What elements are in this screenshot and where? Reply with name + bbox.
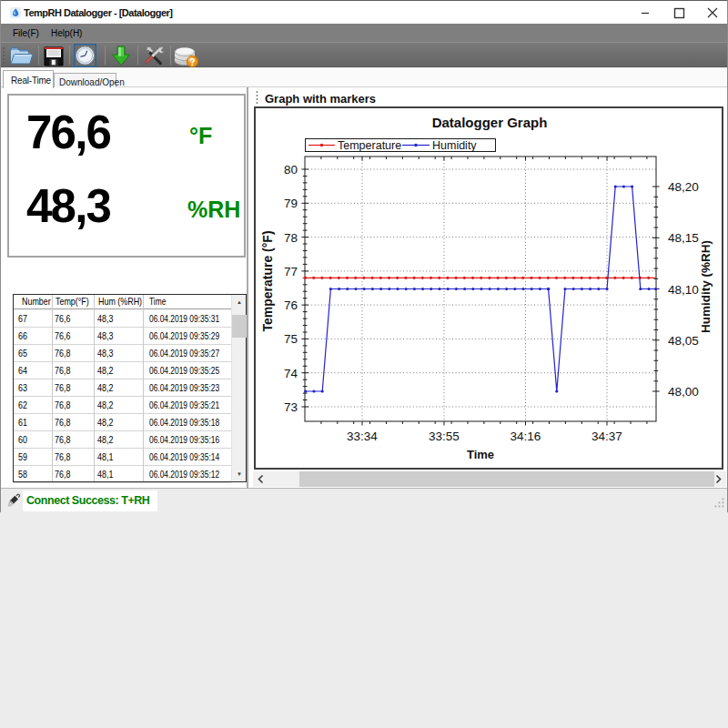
svg-text:?: ? bbox=[189, 56, 195, 67]
svg-text:76: 76 bbox=[284, 298, 298, 312]
svg-text:Temperature (°F): Temperature (°F) bbox=[260, 230, 275, 331]
svg-text:48,10: 48,10 bbox=[668, 283, 699, 297]
svg-text:34:16: 34:16 bbox=[511, 430, 541, 443]
svg-text:Humidity: Humidity bbox=[432, 139, 477, 152]
svg-text:78: 78 bbox=[284, 231, 298, 245]
svg-text:Datalogger Graph: Datalogger Graph bbox=[432, 115, 548, 130]
svg-text:77: 77 bbox=[284, 265, 298, 278]
svg-text:Time: Time bbox=[467, 448, 494, 461]
svg-text:73: 73 bbox=[284, 400, 298, 414]
svg-text:48,15: 48,15 bbox=[668, 231, 699, 245]
svg-text:33:34: 33:34 bbox=[347, 430, 378, 443]
svg-text:74: 74 bbox=[284, 367, 298, 380]
svg-text:48,05: 48,05 bbox=[668, 334, 699, 348]
svg-text:33:55: 33:55 bbox=[429, 430, 460, 443]
svg-text:34:37: 34:37 bbox=[592, 430, 622, 443]
svg-text:80: 80 bbox=[284, 163, 298, 177]
svg-text:79: 79 bbox=[284, 197, 298, 210]
svg-text:75: 75 bbox=[284, 332, 298, 346]
svg-text:48,20: 48,20 bbox=[668, 180, 699, 194]
svg-text:Humidity (%RH): Humidity (%RH) bbox=[699, 240, 713, 333]
svg-text:Temperature: Temperature bbox=[338, 139, 401, 152]
svg-text:48,00: 48,00 bbox=[668, 385, 699, 399]
